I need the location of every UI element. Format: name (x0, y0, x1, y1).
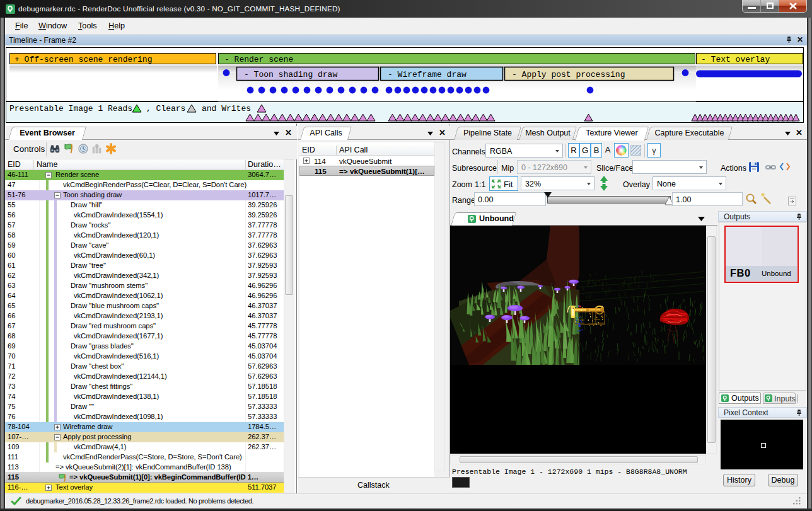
svg-text:- Wireframe draw: - Wireframe draw (388, 70, 467, 79)
svg-text:- Apply post processing: - Apply post processing (512, 70, 625, 79)
svg-text:- Toon shading draw: - Toon shading draw (244, 70, 337, 79)
